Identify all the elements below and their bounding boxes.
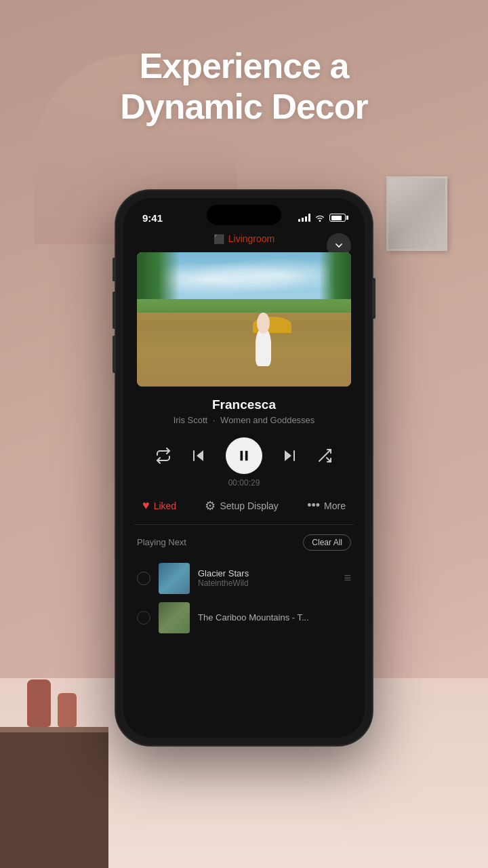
- bg-vase-2: [58, 693, 77, 727]
- dynamic-island: [207, 205, 281, 225]
- svg-marker-0: [197, 450, 203, 461]
- mute-button: [113, 258, 115, 281]
- pause-button[interactable]: [226, 437, 262, 474]
- signal-icon: [298, 214, 310, 222]
- battery-fill: [331, 216, 342, 220]
- queue-indicator: [137, 572, 150, 585]
- tv-icon: ⬛: [214, 234, 224, 244]
- bg-wall-frame: [386, 176, 447, 251]
- ellipsis-icon: •••: [307, 498, 320, 513]
- power-button: [373, 278, 375, 319]
- app-content: ⬛ Livingroom: [123, 228, 365, 637]
- queue-indicator: [137, 611, 150, 625]
- queue-item: The Cariboo Mountains - T...: [137, 598, 351, 637]
- track-title: Francesca: [137, 397, 351, 412]
- status-icons: [298, 214, 346, 222]
- queue-item-info: The Cariboo Mountains - T...: [198, 612, 351, 623]
- volume-up-button: [113, 292, 115, 329]
- artwork-container: [137, 252, 351, 387]
- shuffle-button[interactable]: [317, 448, 333, 464]
- wifi-icon: [314, 214, 325, 222]
- repeat-button[interactable]: [155, 448, 171, 464]
- track-artist: Iris Scott: [174, 415, 208, 425]
- drag-handle-icon[interactable]: ≡: [344, 571, 351, 585]
- action-bar: ♥ Liked ⚙ Setup Display ••• More: [137, 498, 351, 513]
- bg-frame-image: [388, 178, 445, 249]
- like-label: Liked: [154, 500, 176, 511]
- queue-item-name: The Cariboo Mountains - T...: [198, 612, 351, 623]
- playback-time: 00:00:29: [137, 478, 351, 488]
- like-button[interactable]: ♥ Liked: [142, 498, 176, 513]
- clear-all-button[interactable]: Clear All: [303, 534, 351, 551]
- queue-item-name: Glacier Stars: [198, 568, 336, 578]
- heart-filled-icon: ♥: [142, 498, 150, 513]
- svg-marker-4: [285, 450, 291, 461]
- location-bar: ⬛ Livingroom: [137, 228, 351, 252]
- setup-display-button[interactable]: ⚙ Setup Display: [205, 498, 278, 513]
- queue-item-info: Glacier Stars NateintheWild: [198, 568, 336, 588]
- queue-item: Glacier Stars NateintheWild ≡: [137, 559, 351, 598]
- battery-icon: [329, 214, 346, 222]
- artwork-painting: [137, 252, 351, 387]
- bg-shelf: [0, 727, 108, 732]
- bg-vase-1: [27, 679, 51, 727]
- queue-thumbnail: [159, 563, 190, 594]
- queue-header: Playing Next Clear All: [137, 534, 351, 551]
- track-info: Francesca Iris Scott · Women and Goddess…: [137, 397, 351, 425]
- queue-title: Playing Next: [137, 537, 186, 547]
- section-divider: [134, 524, 354, 525]
- track-subtitle: Iris Scott · Women and Goddesses: [137, 415, 351, 425]
- phone-body: 9:41: [115, 190, 373, 746]
- volume-down-button: [113, 336, 115, 373]
- svg-rect-2: [241, 450, 243, 460]
- bg-cabinet: [0, 732, 108, 868]
- next-button[interactable]: [281, 448, 298, 464]
- phone-screen: 9:41: [123, 198, 365, 738]
- phone-mockup: 9:41: [115, 190, 373, 746]
- setup-label: Setup Display: [220, 500, 278, 511]
- more-label: More: [324, 500, 346, 511]
- prev-button[interactable]: [190, 448, 207, 464]
- page-headline: Experience a Dynamic Decor: [0, 46, 488, 127]
- settings-icon: ⚙: [205, 498, 216, 513]
- svg-rect-3: [245, 450, 248, 460]
- location-label[interactable]: Livingroom: [228, 233, 274, 244]
- more-button[interactable]: ••• More: [307, 498, 346, 513]
- queue-thumbnail: [159, 602, 190, 633]
- playback-controls: [137, 437, 351, 474]
- track-collection: Women and Goddesses: [220, 415, 314, 425]
- status-time: 9:41: [142, 212, 163, 224]
- queue-item-artist: NateintheWild: [198, 578, 336, 588]
